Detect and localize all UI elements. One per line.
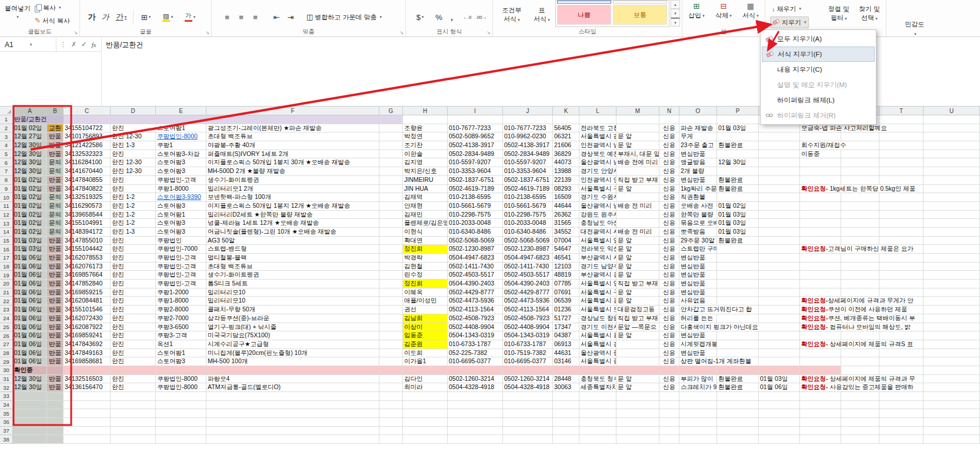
- cell-O22[interactable]: 사유없음: [679, 297, 717, 306]
- cell-E5[interactable]: 스토어팜3-차감: [156, 150, 206, 159]
- cell-N22[interactable]: 신용: [659, 297, 679, 306]
- cell-K36[interactable]: [553, 418, 579, 427]
- cell-N32[interactable]: 신용: [659, 383, 679, 392]
- cell-G24[interactable]: [379, 314, 403, 323]
- cell-P38[interactable]: [717, 435, 759, 444]
- cell-R11[interactable]: [800, 202, 841, 211]
- row-header-30[interactable]: 30: [0, 366, 13, 375]
- cell-L19[interactable]: 부산광역시 강서구: [579, 271, 616, 280]
- cell-F15[interactable]: AG3 50알: [206, 237, 379, 245]
- cell-O9[interactable]: 1kg짜리 주문: [679, 185, 717, 194]
- cell-T34[interactable]: [879, 401, 924, 410]
- cell-F25[interactable]: 열기구-핑크(대) + 낚시줄: [206, 323, 379, 332]
- cell-J38[interactable]: [503, 435, 553, 444]
- cell-Q5[interactable]: [759, 150, 800, 159]
- cell-E25[interactable]: 쿠팡3-6500: [156, 323, 206, 332]
- cell-U25[interactable]: [924, 323, 980, 332]
- row-header-1[interactable]: 1: [0, 115, 13, 124]
- cell-Q10[interactable]: [759, 193, 800, 202]
- cell-L4[interactable]: 인천광역시 남동구: [579, 141, 616, 150]
- row-header-20[interactable]: 20: [0, 280, 13, 288]
- delete-cells-button[interactable]: ⊟ 삭제▾: [711, 2, 736, 20]
- copy-button[interactable]: 복사 ▾: [33, 2, 63, 14]
- cell-M29[interactable]: [616, 357, 659, 366]
- cell-C15[interactable]: 34147855010: [64, 237, 111, 245]
- cell-T21[interactable]: [879, 288, 924, 297]
- cell-S6[interactable]: [841, 158, 879, 167]
- cell-Q35[interactable]: [759, 409, 800, 418]
- cell-O13[interactable]: 묶음으로 오배: [679, 219, 717, 228]
- cell-B16[interactable]: 반품: [47, 245, 64, 254]
- cell-J7[interactable]: 010-3353-9604: [503, 167, 553, 176]
- cell-O1[interactable]: [679, 115, 717, 124]
- cell-I25[interactable]: 0502-4408-9904: [448, 323, 503, 332]
- cell-O7[interactable]: 2개 불량: [679, 167, 717, 176]
- cell-D28[interactable]: 한진: [111, 349, 156, 358]
- cell-T11[interactable]: [879, 202, 924, 211]
- cell-A2[interactable]: 01월 02일: [13, 124, 47, 133]
- cell-M32[interactable]: 문 앞: [616, 383, 659, 392]
- cell-F2[interactable]: 광그성조기-그레이(본체만) ★파손 재발송: [206, 124, 379, 133]
- font-color-button[interactable]: 가 ▾: [180, 11, 200, 24]
- cell-D10[interactable]: 한진 1-2: [111, 193, 156, 202]
- cell-M14[interactable]: 배송 전 미리: [616, 228, 659, 237]
- row-header-35[interactable]: 35: [0, 409, 13, 418]
- cell-U26[interactable]: [924, 331, 980, 340]
- column-header-T[interactable]: T: [879, 107, 924, 115]
- cell-B1[interactable]: [47, 115, 64, 124]
- cell-F18[interactable]: 초대형 백조튜브: [206, 263, 379, 271]
- cell-G22[interactable]: [379, 297, 403, 306]
- cell-J14[interactable]: 010-6340-8486: [503, 228, 553, 237]
- cell-M35[interactable]: [616, 409, 659, 418]
- cell-H9[interactable]: JIN HUA: [403, 185, 448, 194]
- cell-P12[interactable]: 01월 03일: [717, 211, 759, 220]
- cell-A8[interactable]: 01월 02일: [13, 176, 47, 185]
- cell-P13[interactable]: 01월 03일: [717, 219, 759, 228]
- cell-F20[interactable]: 톰S티크 5세트: [206, 280, 379, 288]
- cell-Q16[interactable]: [759, 245, 800, 254]
- cell-O17[interactable]: 변심반품: [679, 254, 717, 263]
- cell-E29[interactable]: 스토어팜3: [156, 357, 206, 366]
- cell-K5[interactable]: 36829: [553, 150, 579, 159]
- cell-I10[interactable]: 010-2138-6595: [448, 193, 503, 202]
- row-header-18[interactable]: 18: [0, 263, 13, 271]
- increase-indent-button[interactable]: ⇥: [284, 11, 298, 24]
- cell-F5[interactable]: 퍼즐매트(S)IVORY 1세트 2개: [206, 150, 379, 159]
- conditional-formatting-button[interactable]: 조건부 서식▾: [495, 6, 528, 24]
- cell-B33[interactable]: [47, 392, 64, 401]
- cell-M6[interactable]: 배송 전에 미리: [616, 158, 659, 167]
- cell-J30[interactable]: [503, 366, 553, 375]
- cell-S19[interactable]: [841, 271, 879, 280]
- cell-D3[interactable]: 한진 12-30: [111, 132, 156, 141]
- increase-decimal-button[interactable]: ←.0: [460, 11, 474, 24]
- cell-N16[interactable]: 신용: [659, 245, 679, 254]
- cell-U4[interactable]: [924, 141, 980, 150]
- cell-P35[interactable]: [717, 409, 759, 418]
- cell-P28[interactable]: [717, 349, 759, 358]
- cell-C33[interactable]: [64, 392, 111, 401]
- cell-M3[interactable]: 문 앞: [616, 132, 659, 141]
- cell-S3[interactable]: [841, 132, 879, 141]
- cell-G15[interactable]: [379, 237, 403, 245]
- cell-I26[interactable]: 0504-1343-0319: [448, 331, 503, 340]
- cell-S18[interactable]: [841, 263, 879, 271]
- paste-button[interactable]: 붙여넣기 ▾: [2, 0, 33, 27]
- cell-O24[interactable]: 허리를 든든: [679, 314, 717, 323]
- cell-N28[interactable]: 신용: [659, 349, 679, 358]
- cell-I30[interactable]: [448, 366, 503, 375]
- cell-R31[interactable]: 확인요청- 상세페이지에 제품의 규격과 무: [800, 375, 841, 384]
- cell-U14[interactable]: [924, 228, 980, 237]
- cell-D25[interactable]: 한진: [111, 323, 156, 332]
- cell-D34[interactable]: [111, 401, 156, 410]
- cell-L28[interactable]: 울산광역시 중구: [579, 349, 616, 358]
- cell-D19[interactable]: 한진: [111, 271, 156, 280]
- cell-I36[interactable]: [448, 418, 503, 427]
- cell-O10[interactable]: 직권환불: [679, 193, 717, 202]
- cell-A16[interactable]: 01월 03일: [13, 245, 47, 254]
- column-header-D[interactable]: D: [111, 107, 156, 115]
- cell-H19[interactable]: 린수정: [403, 271, 448, 280]
- cell-N2[interactable]: 신용: [659, 124, 679, 133]
- cell-D33[interactable]: [111, 392, 156, 401]
- cell-K6[interactable]: 44073: [553, 158, 579, 167]
- cell-J15[interactable]: 0502-5068-5069: [503, 237, 553, 245]
